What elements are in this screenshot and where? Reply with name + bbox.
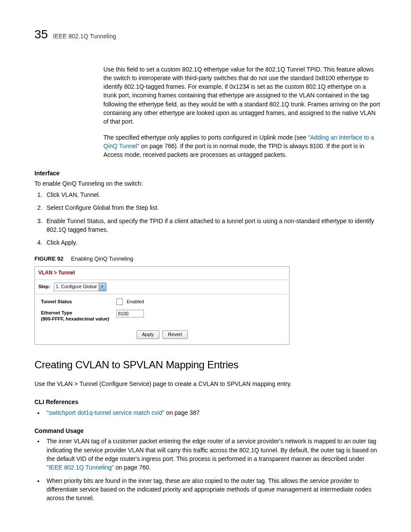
command-usage-heading: Command Usage — [34, 426, 381, 435]
step-item: Enable Tunnel Status, and specify the TP… — [44, 217, 381, 234]
figure-vlan-tunnel: VLAN > Tunnel Step: 1. Configure Global … — [34, 266, 290, 345]
text: on page 766). If the port is in normal m… — [103, 143, 364, 158]
tunnel-status-label: Tunnel Status — [41, 299, 116, 305]
interface-heading: Interface — [34, 169, 381, 177]
usage-item: When priority bits are found in the inne… — [44, 476, 381, 503]
step-item: Click VLAN, Tunnel. — [44, 190, 381, 199]
text: The specified ethertype only applies to … — [103, 134, 308, 141]
cli-references-heading: CLI References — [34, 398, 381, 406]
ethertype-row: Ethernet Type (800-FFFF, hexadecimal val… — [41, 310, 283, 322]
enabled-label: Enabled — [127, 299, 144, 304]
steps-list: Click VLAN, Tunnel. Select Configure Glo… — [34, 190, 381, 247]
usage-item: The inner VLAN tag of a customer packet … — [44, 437, 381, 472]
chapter-number: 35 — [34, 26, 48, 44]
interface-intro: To enable QinQ Tunneling on the switch: — [34, 179, 381, 188]
tunnel-status-row: Tunnel Status Enabled — [41, 299, 283, 305]
step-item: Click Apply. — [44, 238, 381, 247]
figure-title: Enabling QinQ Tunneling — [71, 255, 134, 262]
section-title: Creating CVLAN to SPVLAN Mapping Entries — [34, 358, 381, 373]
cli-list: "switchport dot1q-tunnel service match c… — [34, 408, 381, 417]
text: on page 387 — [165, 409, 200, 416]
chevron-down-icon[interactable]: ▾ — [99, 283, 106, 291]
step-item: Select Configure Global from the Step li… — [44, 203, 381, 212]
command-usage-list: The inner VLAN tag of a customer packet … — [34, 437, 381, 502]
text: on page 760. — [114, 464, 151, 471]
apply-button[interactable]: Apply — [137, 330, 160, 339]
link-switchport[interactable]: "switchport dot1q-tunnel service match c… — [47, 409, 165, 416]
breadcrumb: VLAN > Tunnel — [35, 267, 289, 280]
cli-item: "switchport dot1q-tunnel service match c… — [44, 408, 381, 417]
text: The inner VLAN tag of a customer packet … — [47, 438, 377, 462]
paragraph: The specified ethertype only applies to … — [103, 133, 381, 159]
paragraph: Use this field to set a custom 802.1Q et… — [103, 65, 381, 126]
figure-label: FIGURE 92 — [34, 255, 63, 262]
link-ieee-tunneling[interactable]: "IEEE 802.1Q Tunneling" — [47, 464, 114, 471]
paragraph: Use the VLAN > Tunnel (Configure Service… — [34, 380, 381, 388]
figure-caption: FIGURE 92 Enabling QinQ Tunneling — [34, 255, 381, 263]
ethertype-input[interactable]: 8100 — [116, 310, 144, 317]
revert-button[interactable]: Revert — [162, 330, 187, 339]
page-header: 35 IEEE 802.1Q Tunneling — [34, 26, 381, 44]
tunnel-status-checkbox[interactable] — [116, 299, 123, 305]
step-row: Step: 1. Configure Global ▾ — [35, 280, 289, 294]
interface-section: Interface To enable QinQ Tunneling on th… — [34, 169, 381, 345]
chapter-title: IEEE 802.1Q Tunneling — [53, 32, 116, 40]
ethertype-label: Ethernet Type (800-FFFF, hexadecimal val… — [41, 310, 116, 322]
step-select[interactable]: 1. Configure Global — [54, 283, 99, 291]
step-label: Step: — [38, 283, 50, 290]
